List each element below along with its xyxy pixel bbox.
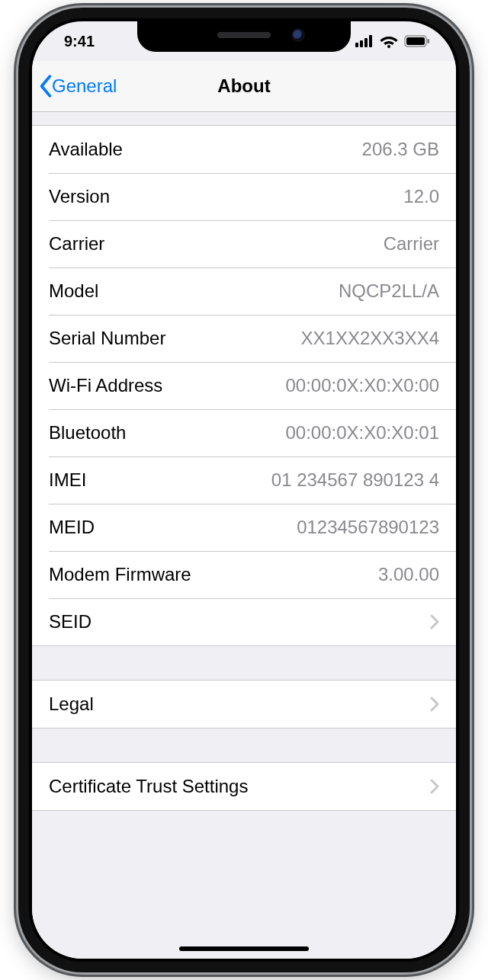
bottom-gap [32, 811, 456, 895]
group-gap [32, 646, 456, 680]
label-meid: MEID [49, 517, 95, 538]
value-modem-firmware: 3.00.00 [378, 564, 439, 585]
nav-title: About [217, 75, 270, 97]
label-carrier: Carrier [49, 233, 104, 255]
row-available: Available 206.3 GB [32, 126, 456, 173]
row-wifi-address: Wi-Fi Address 00:00:0X:X0:X0:00 [32, 362, 456, 409]
chevron-right-icon [430, 779, 439, 794]
label-model: Model [49, 280, 98, 302]
chevron-right-icon [430, 697, 439, 712]
value-serial-number: XX1XX2XX3XX4 [301, 328, 439, 349]
back-button[interactable]: General [38, 61, 117, 111]
row-meid: MEID 01234567890123 [32, 504, 456, 551]
battery-icon [404, 35, 430, 47]
value-imei: 01 234567 890123 4 [271, 469, 439, 491]
row-version: Version 12.0 [32, 173, 456, 220]
front-camera [293, 30, 303, 40]
chevron-left-icon [38, 75, 53, 98]
status-time: 9:41 [55, 33, 95, 50]
back-label: General [52, 75, 117, 97]
about-group: Available 206.3 GB Version 12.0 Carrier … [32, 125, 456, 646]
svg-rect-0 [355, 43, 358, 47]
phone-frame: 9:41 [18, 8, 470, 972]
value-version: 12.0 [403, 186, 439, 207]
row-imei: IMEI 01 234567 890123 4 [32, 456, 456, 504]
svg-rect-7 [428, 39, 430, 43]
svg-point-4 [387, 45, 390, 48]
label-available: Available [49, 139, 123, 160]
value-wifi-address: 00:00:0X:X0:X0:00 [286, 375, 440, 396]
status-icons [355, 34, 433, 48]
wifi-icon [380, 34, 398, 48]
label-bluetooth: Bluetooth [49, 422, 126, 444]
label-modem-firmware: Modem Firmware [49, 564, 191, 585]
home-indicator[interactable] [179, 946, 309, 951]
label-cert-trust: Certificate Trust Settings [49, 776, 248, 797]
svg-rect-3 [369, 35, 372, 47]
phone-bezel: 9:41 [29, 18, 459, 962]
value-model: NQCP2LL/A [339, 280, 439, 302]
label-imei: IMEI [49, 469, 86, 491]
notch [137, 21, 351, 52]
legal-group: Legal [32, 680, 456, 729]
svg-rect-2 [364, 38, 368, 47]
row-bluetooth: Bluetooth 00:00:0X:X0:X0:01 [32, 409, 456, 456]
label-serial-number: Serial Number [49, 328, 165, 349]
content-scroll-area[interactable]: Available 206.3 GB Version 12.0 Carrier … [32, 111, 456, 959]
value-bluetooth: 00:00:0X:X0:X0:01 [286, 422, 440, 444]
value-meid: 01234567890123 [297, 517, 439, 538]
row-model: Model NQCP2LL/A [32, 267, 456, 315]
chevron-right-icon [430, 614, 439, 629]
cellular-signal-icon [355, 35, 374, 47]
row-modem-firmware: Modem Firmware 3.00.00 [32, 551, 456, 598]
label-legal: Legal [49, 693, 94, 715]
nav-bar: General About [32, 61, 456, 112]
cert-trust-group: Certificate Trust Settings [32, 762, 456, 811]
group-gap [32, 729, 456, 762]
label-wifi-address: Wi-Fi Address [49, 375, 162, 396]
row-legal[interactable]: Legal [32, 681, 456, 728]
screen: 9:41 [32, 21, 456, 959]
label-version: Version [49, 186, 110, 207]
earpiece-speaker [217, 32, 271, 38]
svg-rect-6 [406, 37, 425, 45]
value-available: 206.3 GB [362, 139, 439, 160]
value-carrier: Carrier [384, 233, 439, 255]
row-certificate-trust-settings[interactable]: Certificate Trust Settings [32, 763, 456, 810]
svg-rect-1 [360, 40, 363, 47]
row-seid[interactable]: SEID [32, 598, 456, 645]
row-serial-number: Serial Number XX1XX2XX3XX4 [32, 315, 456, 362]
label-seid: SEID [49, 611, 92, 633]
row-carrier: Carrier Carrier [32, 220, 456, 267]
